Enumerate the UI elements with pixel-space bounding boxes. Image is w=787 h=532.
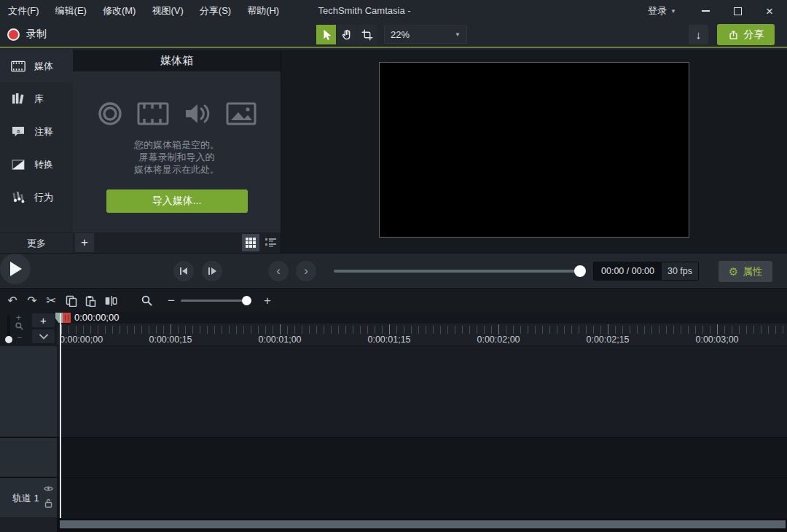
timeline-zoom-button[interactable]	[137, 292, 156, 310]
sidebar-item-label: 库	[34, 93, 44, 106]
playback-slider-thumb[interactable]	[574, 265, 586, 277]
play-icon	[9, 262, 22, 276]
redo-button[interactable]: ↷	[23, 292, 42, 310]
timeline-zoom-slider[interactable]	[181, 300, 251, 302]
menu-view[interactable]: 视图(V)	[144, 0, 191, 22]
media-type-icons	[97, 101, 257, 127]
magnifier-icon	[15, 322, 23, 330]
play-button[interactable]	[0, 254, 31, 284]
zoom-in-button[interactable]: +	[258, 292, 277, 310]
fps-display[interactable]: 30 fps	[662, 262, 698, 280]
maximize-button[interactable]	[721, 0, 753, 22]
list-view-button[interactable]	[262, 234, 279, 251]
properties-button[interactable]: ⚙ 属性	[719, 261, 772, 282]
timeline-empty-area[interactable]	[0, 346, 787, 437]
split-button[interactable]	[101, 292, 120, 310]
close-button[interactable]: ×	[753, 0, 786, 22]
window-title: TechSmith Camtasia -	[318, 0, 410, 22]
gear-icon: ⚙	[729, 265, 738, 278]
main-area: 媒体 库 a 注释 转换	[0, 50, 787, 253]
login-button[interactable]: 登录 ▼	[648, 0, 676, 22]
chevron-right-icon: ›	[304, 264, 308, 278]
chevron-down-icon: ▼	[670, 8, 676, 15]
ruler-label: 0:00:00;15	[149, 335, 192, 345]
previous-frame-button[interactable]	[173, 261, 194, 281]
menu-help[interactable]: 帮助(H)	[239, 0, 287, 22]
sidebar-item-transitions[interactable]: 转换	[0, 148, 73, 181]
canvas-zoom-dropdown[interactable]: 22% ▼	[384, 26, 467, 44]
share-button[interactable]: 分享	[717, 24, 775, 45]
select-tool-button[interactable]	[316, 25, 336, 44]
ruler-label: 0:00:01;15	[367, 335, 410, 345]
undo-button[interactable]: ↶	[3, 292, 22, 310]
horizontal-scrollbar[interactable]	[60, 520, 786, 528]
time-display: 00:00 / 00:00	[594, 262, 662, 280]
next-frame-button[interactable]	[202, 261, 222, 281]
track-1-content[interactable]	[57, 478, 787, 517]
zoom-out-button[interactable]: −	[162, 292, 181, 310]
ruler-label: 0:00:00;00	[60, 335, 103, 345]
lock-icon[interactable]	[44, 498, 52, 508]
timeline-ruler[interactable]: 0:00:00;00 0:00:00;15 0:00:01;00 0:00:01…	[57, 324, 787, 346]
timeline-row-empty[interactable]	[0, 437, 787, 477]
ruler-label: 0:00:01;00	[258, 335, 301, 345]
sidebar-item-behaviors[interactable]: 行为	[0, 181, 73, 214]
canvas-zoom-value: 22%	[391, 29, 410, 40]
timeline-track-1[interactable]: 轨道 1	[0, 477, 787, 517]
sidebar-item-library[interactable]: 库	[0, 82, 73, 115]
playback-progress-slider[interactable]	[334, 270, 582, 273]
login-label: 登录	[648, 4, 667, 17]
sidebar-item-media[interactable]: 媒体	[0, 50, 73, 82]
add-media-button[interactable]: +	[75, 233, 94, 252]
preview-stage[interactable]	[379, 62, 689, 238]
minus-icon[interactable]: −	[17, 332, 22, 343]
playhead-flag[interactable]	[55, 313, 63, 323]
track-height-thumb[interactable]	[5, 336, 12, 343]
paste-button[interactable]	[81, 292, 100, 310]
sidebar: 媒体 库 a 注释 转换	[0, 50, 73, 253]
cut-button[interactable]: ✂	[42, 292, 60, 310]
timeline-left-controls: + − +	[0, 312, 57, 346]
next-frame-icon	[208, 267, 216, 275]
sidebar-item-label: 媒体	[34, 60, 53, 73]
add-track-button[interactable]: +	[32, 313, 55, 327]
collapse-tracks-button[interactable]	[32, 329, 55, 343]
pan-tool-button[interactable]	[337, 25, 356, 44]
eye-icon[interactable]	[44, 485, 53, 492]
menu-modify[interactable]: 修改(M)	[95, 0, 144, 22]
sidebar-item-annotations[interactable]: a 注释	[0, 115, 73, 148]
sidebar-item-label: 行为	[34, 191, 53, 204]
menu-edit[interactable]: 编辑(E)	[47, 0, 95, 22]
sidebar-more-button[interactable]: 更多	[0, 232, 73, 253]
media-bin-title: 媒体箱	[73, 50, 281, 71]
view-toggle-group	[242, 234, 279, 251]
timeline-empty-body[interactable]	[57, 346, 787, 437]
import-media-button[interactable]: 导入媒体...	[106, 189, 248, 213]
timeline-row-body[interactable]	[57, 438, 787, 477]
jump-next-button[interactable]: ›	[296, 261, 316, 281]
chevron-down-icon	[39, 334, 48, 340]
jump-previous-button[interactable]: ‹	[268, 261, 289, 281]
track-1-header[interactable]: 轨道 1	[0, 478, 57, 517]
timeline-zoom-thumb[interactable]	[242, 296, 251, 305]
plus-icon: +	[81, 235, 88, 250]
menu-share[interactable]: 分享(S)	[192, 0, 239, 22]
grid-view-button[interactable]	[242, 234, 259, 251]
camtasia-window: 文件(F) 编辑(E) 修改(M) 视图(V) 分享(S) 帮助(H) Tech…	[0, 0, 787, 532]
copy-button[interactable]	[62, 292, 81, 310]
minimize-button[interactable]	[689, 0, 721, 22]
playback-bar: ‹ › 00:00 / 00:00 30 fps ⚙ 属性	[0, 253, 787, 288]
books-icon	[9, 93, 27, 105]
playhead-line[interactable]	[60, 313, 61, 518]
menu-file[interactable]: 文件(F)	[0, 0, 47, 22]
timeline-footer-spacer	[0, 518, 57, 532]
canvas-area	[281, 50, 787, 253]
record-button[interactable]: 录制	[7, 22, 47, 47]
crop-tool-button[interactable]	[357, 25, 377, 44]
playhead-handle[interactable]	[63, 313, 71, 323]
chevron-left-icon: ‹	[276, 264, 281, 278]
sidebar-item-label: 转换	[34, 158, 53, 171]
plus-icon[interactable]: +	[16, 313, 21, 323]
download-button[interactable]: ↓	[689, 25, 708, 44]
playhead-strip[interactable]: 0:00:00;00	[57, 312, 787, 324]
